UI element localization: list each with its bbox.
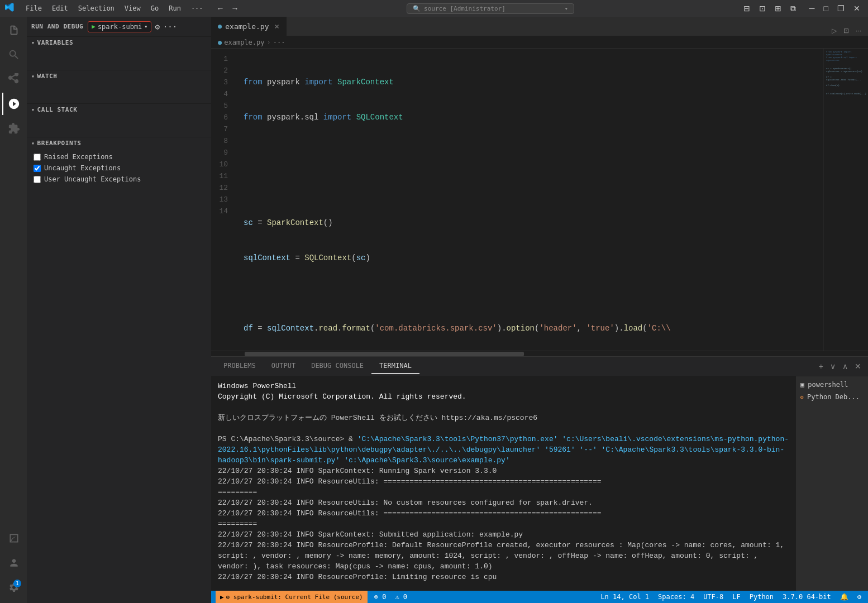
status-spaces[interactable]: Spaces: 4 xyxy=(656,593,697,601)
status-encoding[interactable]: UTF-8 xyxy=(701,593,726,601)
debug-play-icon: ▶ xyxy=(92,23,96,30)
activity-settings[interactable]: 1 xyxy=(2,576,25,599)
menu-more[interactable]: ··· xyxy=(187,3,208,13)
search-box[interactable]: 🔍 source [Administrator] ▾ xyxy=(407,3,574,14)
debug-gear-icon[interactable]: ⚙ xyxy=(155,22,159,31)
nav-back-button[interactable]: ← xyxy=(214,3,227,14)
terminal-cmd-path1: 'C:\Apache\Spark3.3\tools\Python37\pytho… xyxy=(357,435,558,443)
watch-header[interactable]: ▾ WATCH xyxy=(27,70,211,82)
terminal-command-line: PS C:\Apache\Spark3.3\source> & 'C:\Apac… xyxy=(218,434,789,466)
menu-selection[interactable]: Selection xyxy=(74,3,119,13)
code-line-6: sqlContext = SQLContext(sc) xyxy=(239,252,823,264)
code-content[interactable]: from pyspark import SparkContext from py… xyxy=(239,49,823,351)
status-errors[interactable]: ⊗ 0 xyxy=(372,593,389,601)
nav-forward-button[interactable]: → xyxy=(229,3,241,14)
status-line-col[interactable]: Ln 14, Col 1 xyxy=(598,593,651,601)
scrollbar-thumb xyxy=(245,352,524,356)
panel-actions: + ∨ ∧ ✕ xyxy=(817,361,864,372)
vscode-logo xyxy=(4,2,15,15)
breadcrumb-file[interactable]: example.py xyxy=(224,39,264,46)
activity-run-debug[interactable] xyxy=(2,93,25,115)
panel-chevron-down-icon[interactable]: ∨ xyxy=(828,361,838,372)
tab-problems[interactable]: PROBLEMS xyxy=(216,358,264,374)
menu-edit[interactable]: Edit xyxy=(47,3,73,13)
tab-bar-actions: ▷ ⊡ ··· xyxy=(829,26,868,36)
debug-more-icon[interactable]: ··· xyxy=(163,22,177,31)
close-button[interactable]: ✕ xyxy=(850,3,864,15)
breadcrumb-icon: ● xyxy=(218,39,222,46)
menu-file[interactable]: File xyxy=(21,3,46,13)
activity-remote-explorer[interactable] xyxy=(2,527,25,549)
menu-run[interactable]: Run xyxy=(164,3,185,13)
panel-chevron-up-icon[interactable]: ∧ xyxy=(840,361,850,372)
watch-label: WATCH xyxy=(37,73,58,80)
breadcrumb-more[interactable]: ··· xyxy=(273,39,285,46)
sidebar: RUN AND DEBUG ▶ spark-submi ▾ ⚙ ··· ▾ VA… xyxy=(27,17,211,603)
debug-config-name: spark-submi xyxy=(98,23,142,31)
activity-search[interactable] xyxy=(2,44,25,66)
minimap: from pyspark import SparkContext from py… xyxy=(823,49,868,351)
terminal-line-3 xyxy=(218,402,789,413)
terminal-debug-icon: ⚙ xyxy=(800,394,804,400)
terminal-session-python-debug[interactable]: ⚙ Python Deb... xyxy=(796,391,868,403)
breakpoint-user-uncaught-label: User Uncaught Exceptions xyxy=(44,175,141,183)
status-error-count: 0 xyxy=(382,593,386,601)
activity-explorer[interactable] xyxy=(2,19,25,41)
menu-go[interactable]: Go xyxy=(146,3,163,13)
activity-bar-bottom: 1 xyxy=(2,527,25,603)
terminal-line-5 xyxy=(218,423,789,434)
status-language[interactable]: Python xyxy=(747,593,776,601)
panel-close-icon[interactable]: ✕ xyxy=(852,361,864,372)
tab-more-button[interactable]: ··· xyxy=(853,26,864,36)
breakpoint-uncaught-checkbox[interactable] xyxy=(34,165,41,172)
terminal-main[interactable]: Windows PowerShell Copyright (C) Microso… xyxy=(211,376,795,591)
minimize-button[interactable]: ─ xyxy=(806,3,818,15)
breadcrumb-sep: › xyxy=(266,39,270,46)
restore-button[interactable]: □ xyxy=(821,3,832,15)
breakpoints-arrow-icon: ▾ xyxy=(31,140,35,146)
terminal-info-9: 22/10/27 20:30:24 INFO ResourceProfile: … xyxy=(218,572,789,582)
tab-split-button[interactable]: ⊡ xyxy=(841,26,851,36)
debug-run-button[interactable]: ▷ xyxy=(829,26,839,36)
breakpoint-user-uncaught-checkbox[interactable] xyxy=(34,176,41,183)
nav-buttons: ← → xyxy=(214,3,241,14)
activity-source-control[interactable] xyxy=(2,68,25,90)
layout-toggle-1[interactable]: ⊟ xyxy=(740,3,753,15)
tab-example-py[interactable]: ● example.py × xyxy=(211,17,287,36)
terminal-line-1: Windows PowerShell xyxy=(218,381,789,391)
terminal-session-powershell[interactable]: ▣ powershell xyxy=(796,379,868,391)
tab-close-icon[interactable]: × xyxy=(275,22,279,31)
editor-area: ● example.py × ▷ ⊡ ··· ● example.py › ··… xyxy=(211,17,868,603)
breakpoints-header[interactable]: ▾ BREAKPOINTS xyxy=(27,137,211,149)
layout-toggle-3[interactable]: ⊞ xyxy=(771,3,785,15)
tab-debug-console[interactable]: DEBUG CONSOLE xyxy=(303,358,371,374)
status-settings-icon[interactable]: ⚙ xyxy=(855,593,864,601)
status-eol[interactable]: LF xyxy=(730,593,742,601)
code-line-4 xyxy=(239,182,823,194)
status-warning-icon: ⚠ xyxy=(395,593,399,601)
debug-config-selector[interactable]: ▶ spark-submi ▾ xyxy=(88,21,151,32)
search-dropdown[interactable]: ▾ xyxy=(564,5,568,12)
panel-add-button[interactable]: + xyxy=(817,361,826,372)
layout-toggle-2[interactable]: ⊡ xyxy=(756,3,769,15)
callstack-header[interactable]: ▾ CALL STACK xyxy=(27,104,211,116)
activity-extensions[interactable] xyxy=(2,117,25,140)
status-bar-left: ▶ ⊕ spark-submit: Current File (source) … xyxy=(216,591,409,603)
variables-header[interactable]: ▾ VARIABLES xyxy=(27,37,211,49)
title-bar: File Edit Selection View Go Run ··· ← → … xyxy=(0,0,868,17)
menu-bar[interactable]: File Edit Selection View Go Run ··· xyxy=(21,3,208,13)
status-warnings[interactable]: ⚠ 0 xyxy=(393,593,409,601)
status-notifications-icon[interactable]: 🔔 xyxy=(838,593,851,601)
menu-view[interactable]: View xyxy=(120,3,145,13)
editor-scrollbar[interactable] xyxy=(211,351,868,356)
tab-terminal[interactable]: TERMINAL xyxy=(371,358,419,374)
layout-toggle-4[interactable]: ⧉ xyxy=(787,3,799,15)
maximize-button[interactable]: ❐ xyxy=(834,3,848,15)
tab-output[interactable]: OUTPUT xyxy=(264,358,303,374)
breakpoint-raised-checkbox[interactable] xyxy=(34,154,41,161)
activity-accounts[interactable] xyxy=(2,552,25,574)
code-editor[interactable]: 12345 678910 11121314 from pyspark impor… xyxy=(211,49,868,351)
status-python-version[interactable]: 3.7.0 64-bit xyxy=(780,593,833,601)
main-layout: 1 RUN AND DEBUG ▶ spark-submi ▾ ⚙ ··· ▾ … xyxy=(0,17,868,603)
status-debug-session[interactable]: ▶ ⊕ spark-submit: Current File (source) xyxy=(216,591,368,603)
